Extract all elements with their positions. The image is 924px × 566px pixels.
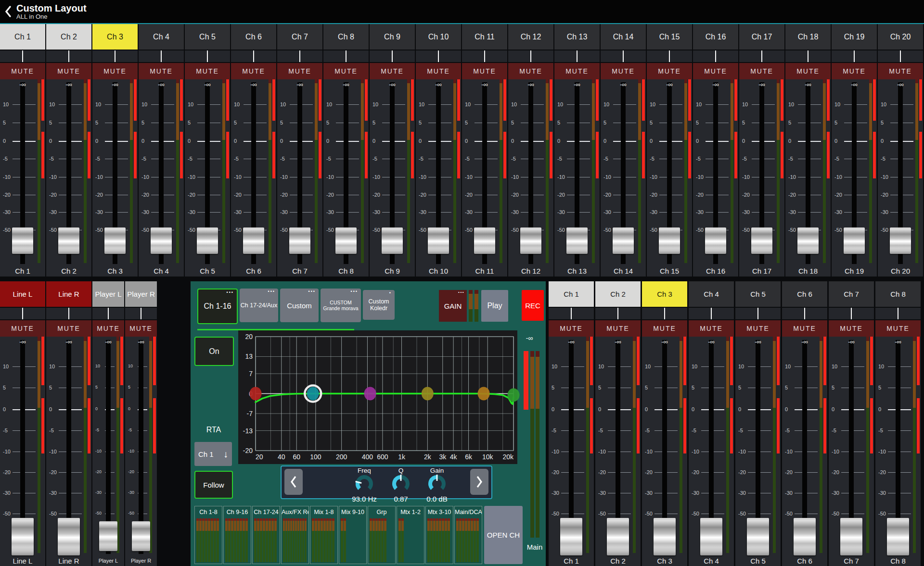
fader-handle[interactable] (382, 227, 403, 254)
mute-button[interactable]: MUTE (647, 63, 692, 79)
channel-select-button[interactable]: Ch 1 (549, 281, 594, 307)
pan-slider[interactable] (323, 50, 369, 63)
channel-select-button[interactable]: Ch 3 (92, 24, 138, 50)
fader-handle[interactable] (197, 227, 218, 254)
fader-handle[interactable] (705, 227, 726, 254)
pan-slider[interactable] (595, 307, 641, 320)
mute-button[interactable]: MUTE (323, 63, 369, 79)
next-band-button[interactable] (470, 469, 488, 495)
mute-button[interactable]: MUTE (185, 63, 230, 79)
pan-slider[interactable] (508, 50, 553, 63)
fader-handle[interactable] (104, 227, 126, 254)
fader-handle[interactable] (613, 227, 634, 254)
channel-select-button[interactable]: Ch 2 (595, 281, 641, 307)
channel-select-button[interactable]: Ch 4 (689, 281, 734, 307)
pan-slider[interactable] (370, 50, 415, 63)
fader-handle[interactable] (474, 227, 495, 254)
pan-slider[interactable] (46, 307, 91, 320)
mute-button[interactable]: MUTE (595, 320, 641, 337)
meter-group-main-dca[interactable]: Main/DCA (454, 506, 482, 564)
meter-group-ch-1-8[interactable]: Ch 1-8 (194, 506, 222, 564)
channel-select-button[interactable]: Player R (125, 281, 157, 307)
mute-button[interactable]: MUTE (139, 63, 184, 79)
mute-button[interactable]: MUTE (416, 63, 461, 79)
pan-slider[interactable] (642, 307, 687, 320)
eq-layer-tab-custom[interactable]: •••Custom (280, 289, 319, 322)
channel-select-button[interactable]: Ch 19 (832, 24, 877, 50)
pan-slider[interactable] (832, 50, 877, 63)
fader-handle[interactable] (566, 227, 588, 254)
fader-handle[interactable] (560, 518, 582, 555)
eq-layer-tab-ch-1-16[interactable]: •••Ch 1-16 (197, 289, 238, 324)
meter-group-ch-9-16[interactable]: Ch 9-16 (223, 506, 251, 564)
fader-handle[interactable] (428, 227, 449, 254)
pan-slider[interactable] (139, 50, 184, 63)
mute-button[interactable]: MUTE (46, 320, 91, 337)
record-button[interactable]: REC (522, 290, 544, 321)
fader-handle[interactable] (747, 518, 769, 555)
mute-button[interactable]: MUTE (642, 320, 687, 337)
pan-slider[interactable] (689, 307, 734, 320)
channel-select-button[interactable]: Ch 6 (231, 24, 276, 50)
fader-handle[interactable] (840, 518, 862, 555)
channel-select-button[interactable]: Ch 14 (601, 24, 646, 50)
channel-select-button[interactable]: Ch 13 (554, 24, 600, 50)
pan-slider[interactable] (92, 307, 124, 320)
mute-button[interactable]: MUTE (46, 63, 91, 79)
mute-button[interactable]: MUTE (829, 320, 874, 337)
channel-select-button[interactable]: Ch 8 (875, 281, 921, 307)
channel-select-button[interactable]: Ch 17 (739, 24, 784, 50)
fader-handle[interactable] (659, 227, 680, 254)
channel-select-button[interactable]: Ch 16 (693, 24, 738, 50)
fader-handle[interactable] (520, 227, 541, 254)
channel-select-button[interactable]: Ch 20 (878, 24, 923, 50)
channel-select-button[interactable]: Ch 4 (139, 24, 184, 50)
mute-button[interactable]: MUTE (832, 63, 877, 79)
fader-handle[interactable] (58, 518, 80, 555)
channel-select-button[interactable]: Ch 6 (782, 281, 827, 307)
pan-slider[interactable] (782, 307, 827, 320)
eq-band-handle[interactable] (307, 387, 319, 401)
pan-slider[interactable] (185, 50, 230, 63)
follow-button[interactable]: Follow (194, 471, 233, 499)
meter-group-aux-fx-ret[interactable]: Aux/FX Ret (281, 506, 309, 564)
open-channel-button[interactable]: OPEN CH (484, 506, 523, 564)
mute-button[interactable]: MUTE (231, 63, 276, 79)
pan-slider[interactable] (125, 307, 157, 320)
fader-handle[interactable] (654, 518, 676, 555)
eq-layer-tab-custom-grande-morava[interactable]: •••CUSTOM Grande morava (321, 289, 361, 322)
fader-handle[interactable] (289, 227, 310, 254)
mute-button[interactable]: MUTE (689, 320, 734, 337)
channel-select-button[interactable]: Ch 8 (323, 24, 369, 50)
mute-button[interactable]: MUTE (0, 63, 45, 79)
pan-slider[interactable] (46, 50, 91, 63)
back-icon[interactable] (0, 5, 16, 18)
meter-group-mix-9-10[interactable]: Mix 9-10 (339, 506, 367, 564)
channel-select-button[interactable]: Ch 5 (185, 24, 230, 50)
mute-button[interactable]: MUTE (554, 63, 600, 79)
pan-slider[interactable] (785, 50, 831, 63)
meter-group-grp[interactable]: Grp (368, 506, 396, 564)
fader-handle[interactable] (700, 518, 722, 555)
fader-handle[interactable] (335, 227, 357, 254)
pan-slider[interactable] (0, 307, 45, 320)
pan-slider[interactable] (277, 50, 322, 63)
channel-select-button[interactable]: Ch 18 (785, 24, 831, 50)
channel-select-button[interactable]: Ch 1 (0, 24, 45, 50)
eq-graph[interactable]: 201370-7-13-202040601002004006001k2k3k4k… (238, 330, 517, 464)
fader-handle[interactable] (844, 227, 865, 254)
fader-handle[interactable] (890, 227, 911, 254)
eq-band-handle[interactable] (250, 387, 262, 401)
fader-handle[interactable] (607, 518, 629, 555)
mute-button[interactable]: MUTE (92, 63, 138, 79)
eq-band-handle[interactable] (508, 388, 520, 402)
channel-select-button[interactable]: Ch 3 (642, 281, 687, 307)
fader-handle[interactable] (243, 227, 264, 254)
fader-handle[interactable] (751, 227, 772, 254)
eq-layer-tab-custom-koledr[interactable]: •Custom Koledr (363, 290, 395, 320)
mute-button[interactable]: MUTE (739, 63, 784, 79)
pan-slider[interactable] (549, 307, 594, 320)
fader-handle[interactable] (132, 521, 150, 551)
meter-group-mtx-1-2[interactable]: Mtx 1-2 (397, 506, 424, 564)
pan-slider[interactable] (231, 50, 276, 63)
